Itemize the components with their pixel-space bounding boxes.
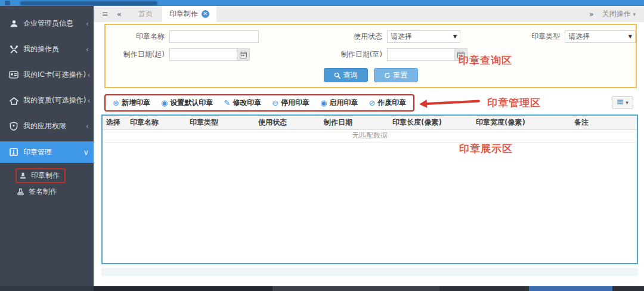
- signature-stamp-icon: [16, 188, 25, 196]
- seal-type-select[interactable]: 请选择 ▼: [565, 30, 636, 43]
- tools-icon: [8, 45, 19, 54]
- col-header-select[interactable]: 选择: [103, 116, 126, 129]
- enable-circle-icon: ◉: [320, 98, 327, 107]
- sidebar-subitem-label: 签名制作: [29, 187, 57, 197]
- sidebar-item-operators[interactable]: 我的操作员 ‹: [0, 36, 94, 62]
- seal-name-label: 印章名称: [106, 32, 169, 42]
- caret-down-icon: ▾: [626, 100, 628, 106]
- sidebar-item-label: 我的应用权限: [23, 121, 85, 131]
- date-to-label: 制作日期(至): [250, 49, 387, 60]
- col-header-seal-length[interactable]: 印章长度(像素): [389, 116, 472, 129]
- hamburger-menu-icon[interactable]: ≡: [102, 10, 109, 18]
- sidebar-item-label: 我的操作员: [23, 44, 85, 54]
- brand-title-blur: [20, 1, 157, 5]
- sidebar-subitem-signature-making[interactable]: 签名制作: [0, 184, 94, 200]
- col-header-seal-type[interactable]: 印章类型: [186, 116, 255, 129]
- scroll-tabs-left-icon[interactable]: «: [117, 10, 122, 18]
- seal-name-input[interactable]: [169, 30, 259, 43]
- highlight-red-box: 印章制作: [16, 168, 66, 183]
- date-from-label: 制作日期(起): [106, 49, 169, 60]
- sidebar-item-label: 我的IC卡(可选操作): [23, 70, 86, 80]
- edit-pencil-icon: ✎: [224, 98, 230, 107]
- seal-display-panel: 选择 印章名称 印章类型 使用状态 制作日期 印章长度(像素) 印章宽度(像素)…: [101, 114, 638, 264]
- reset-icon: [384, 72, 391, 79]
- toolbar-red-box: ⊕ 新增印章 ◉ 设置默认印章 ✎ 修改印章 ⊖: [104, 94, 414, 112]
- scroll-tabs-right-icon[interactable]: »: [589, 10, 594, 18]
- taskbar-segment: [94, 286, 273, 291]
- set-default-seal-button[interactable]: ◉ 设置默认印章: [161, 98, 213, 108]
- close-tab-icon[interactable]: ✕: [202, 10, 209, 18]
- cropped-taskbar-strip: [0, 286, 644, 291]
- chevron-left-icon: ‹: [87, 70, 90, 79]
- col-header-remark[interactable]: 备注: [571, 116, 637, 129]
- sidebar: 企业管理员信息 ‹ 我的操作员 ‹ 我的IC卡(可选操作) ‹: [0, 6, 94, 286]
- app-window: 企业管理员信息 ‹ 我的操作员 ‹ 我的IC卡(可选操作) ‹: [0, 0, 644, 291]
- chevron-left-icon: ‹: [86, 45, 89, 54]
- seal-table: 选择 印章名称 印章类型 使用状态 制作日期 印章长度(像素) 印章宽度(像素)…: [103, 116, 637, 143]
- date-from-field: [169, 48, 250, 61]
- chevron-left-icon: ‹: [86, 19, 89, 28]
- home-icon: [8, 96, 19, 106]
- panel-footer-strip-2: [101, 278, 638, 284]
- caret-down-icon: ▼: [453, 34, 457, 39]
- sidebar-item-seal-management[interactable]: 印章管理 ∨: [0, 141, 94, 163]
- date-to-input[interactable]: [388, 49, 454, 60]
- brand-logo-icon: [5, 1, 10, 5]
- query-button-label: 查询: [343, 70, 358, 81]
- disable-seal-button[interactable]: ⊖ 停用印章: [272, 98, 309, 108]
- void-seal-button[interactable]: ⊘ 作废印章: [369, 98, 406, 108]
- col-header-seal-name[interactable]: 印章名称: [126, 116, 186, 129]
- tab-bar: ≡ « 首页 印章制作 ✕ » 关闭操作 ▾: [94, 6, 644, 22]
- taskbar-segment: [439, 286, 529, 291]
- sidebar-item-app-permissions[interactable]: 我的应用权限 ‹: [0, 113, 94, 139]
- seal-toolbar-row: ⊕ 新增印章 ◉ 设置默认印章 ✎ 修改印章 ⊖: [94, 92, 644, 113]
- button-label: 新增印章: [122, 98, 150, 108]
- button-label: 停用印章: [281, 98, 309, 108]
- user-icon: [8, 19, 19, 29]
- column-settings-button[interactable]: ▾: [612, 96, 633, 109]
- sidebar-item-label: 企业管理员信息: [23, 18, 85, 29]
- taskbar-segment: [273, 286, 439, 291]
- col-header-seal-width[interactable]: 印章宽度(像素): [472, 116, 571, 129]
- sidebar-item-label: 我的资质(可选操作): [23, 95, 86, 106]
- sidebar-subitem-seal-making[interactable]: 印章制作: [0, 168, 94, 184]
- tabbar-right-controls: » 关闭操作 ▾: [589, 9, 644, 19]
- top-header-bar: [0, 0, 644, 6]
- use-status-label: 使用状态: [259, 32, 387, 42]
- disable-circle-icon: ⊖: [272, 98, 278, 107]
- select-value: 请选择: [568, 32, 628, 42]
- calendar-icon[interactable]: [237, 49, 249, 60]
- tab-home[interactable]: 首页: [135, 9, 156, 19]
- tab-seal-making[interactable]: 印章制作 ✕: [162, 6, 216, 22]
- button-label: 作废印章: [377, 98, 406, 108]
- search-row-2: 制作日期(起) 制作日期(至): [106, 48, 636, 61]
- button-label: 启用印章: [329, 98, 358, 108]
- add-seal-button[interactable]: ⊕ 新增印章: [113, 98, 150, 108]
- query-button[interactable]: 查询: [324, 68, 368, 82]
- add-circle-icon: ⊕: [113, 98, 119, 107]
- list-icon: [617, 100, 624, 106]
- reset-button[interactable]: 重置: [374, 68, 418, 82]
- col-header-make-date[interactable]: 制作日期: [320, 116, 389, 129]
- col-header-use-status[interactable]: 使用状态: [255, 116, 320, 129]
- select-value: 请选择: [391, 32, 453, 42]
- table-empty-row: 无匹配数据: [103, 129, 637, 142]
- tab-label: 印章制作: [169, 9, 198, 19]
- reset-button-label: 重置: [394, 70, 408, 81]
- date-from-input[interactable]: [170, 49, 237, 60]
- taskbar-segment: [529, 286, 612, 291]
- date-to-field: [387, 48, 467, 61]
- annotation-arrow: [419, 98, 481, 107]
- sidebar-item-qualifications[interactable]: 我的资质(可选操作) ‹: [0, 88, 94, 113]
- use-status-select[interactable]: 请选择 ▼: [387, 30, 460, 43]
- edit-seal-button[interactable]: ✎ 修改印章: [224, 98, 261, 108]
- sidebar-item-admin-info[interactable]: 企业管理员信息 ‹: [0, 11, 94, 36]
- sidebar-subitem-label: 印章制作: [31, 171, 60, 181]
- enable-seal-button[interactable]: ◉ 启用印章: [320, 98, 358, 108]
- close-operations-menu[interactable]: 关闭操作 ▾: [602, 9, 636, 19]
- sidebar-item-label: 印章管理: [23, 147, 82, 157]
- sidebar-item-ic-card[interactable]: 我的IC卡(可选操作) ‹: [0, 62, 94, 88]
- void-circle-icon: ⊘: [369, 98, 375, 107]
- annotation-display-area: 印章展示区: [459, 142, 513, 156]
- annotation-manage-area: 印章管理区: [487, 96, 541, 110]
